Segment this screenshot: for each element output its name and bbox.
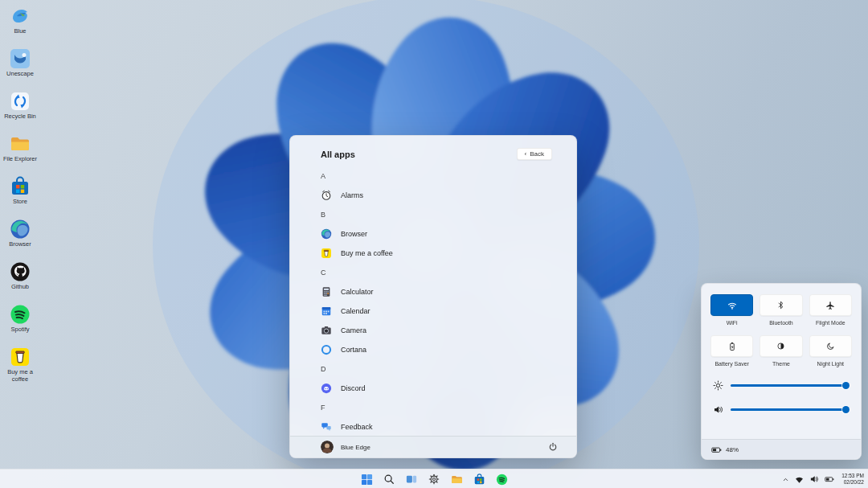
spotify-icon [10,303,31,325]
quick-settings-sliders [702,367,861,415]
settings-button[interactable] [427,472,441,486]
app-item-label: Camera [341,326,366,334]
tray-chevron-up-icon[interactable] [782,476,789,483]
spotify-button[interactable] [494,472,509,486]
brightness-slider[interactable] [731,384,850,388]
battery-icon [711,445,722,455]
night-light-toggle[interactable] [809,335,852,357]
start-menu-header: All apps ‹ Back [290,136,576,160]
desktop-icon-label: Blue [14,27,26,35]
app-item-feedback[interactable]: Feedback [321,417,576,437]
app-item-label: Browser [341,230,367,238]
all-apps-title: All apps [321,150,355,159]
night-light-label: Night Light [817,361,844,367]
volume-icon [713,404,723,415]
desktop-icon-label: Unescape [6,70,34,77]
night-light-icon [826,342,835,351]
app-item-label: Feedback [341,423,373,431]
search-button[interactable] [382,472,396,486]
file-explorer-icon [10,133,31,154]
app-item-calendar[interactable]: Calendar [321,301,576,321]
app-item-discord[interactable]: Discord [321,379,576,398]
store-button[interactable] [472,472,486,486]
user-profile[interactable]: Blue Edge [321,441,371,453]
chevron-left-icon: ‹ [525,150,527,158]
desktop-icon-browser[interactable]: Browser [2,218,39,260]
desktop-icon-spotify[interactable]: Spotify [2,303,39,346]
app-item-label: Calculator [341,288,374,296]
back-button[interactable]: ‹ Back [517,148,552,160]
user-avatar [321,441,334,453]
app-item-label: Alarms [341,191,363,199]
desktop: Blue Unescape Recycle Bin File Explorer … [0,0,868,488]
flight-mode-label: Flight Mode [816,320,845,326]
tray-volume-icon[interactable] [809,474,819,484]
camera-icon [321,325,332,336]
quick-settings-toggles: WiFi Bluetooth Flight Mode [702,284,861,367]
desktop-icon-recycle-bin[interactable]: Recycle Bin [2,90,39,133]
coffee-icon [10,346,31,367]
calendar-icon [321,306,332,317]
quick-settings-battery-row[interactable]: 48% [702,439,861,459]
edge-browser-icon [10,218,31,240]
volume-slider-thumb[interactable] [842,406,850,413]
app-item-buy-me-a-coffee[interactable]: Buy me a coffee [321,244,576,263]
power-icon[interactable] [547,441,559,453]
taskbar: 12:53 PM 02/20/22 [0,469,868,488]
task-view-button[interactable] [404,472,419,486]
recycle-bin-icon [10,90,31,112]
start-menu-footer: Blue Edge [290,436,576,457]
taskbar-center-icons [0,470,868,488]
section-letter-a[interactable]: A [321,166,576,186]
battery-saver-label: Battery Saver [714,361,748,367]
tray-battery-icon[interactable] [825,474,834,484]
theme-label: Theme [772,361,790,367]
tray-wifi-icon[interactable] [795,475,804,484]
battery-saver-toggle[interactable] [710,335,753,357]
blue-bird-icon [10,5,31,27]
desktop-icon-blue[interactable]: Blue [2,5,39,47]
cortana-icon [321,344,332,355]
desktop-icon-list: Blue Unescape Recycle Bin File Explorer … [2,5,39,388]
desktop-icon-label: Recycle Bin [4,113,36,120]
desktop-icon-label: Spotify [11,326,30,333]
feedback-icon [321,421,332,433]
section-letter-b[interactable]: B [321,205,576,224]
app-item-camera[interactable]: Camera [321,321,576,340]
desktop-icon-github[interactable]: Github [2,260,39,303]
brightness-icon [713,380,723,391]
taskbar-clock[interactable]: 12:53 PM 02/20/22 [840,473,864,486]
wifi-toggle[interactable] [710,294,753,316]
section-letter-f[interactable]: F [321,398,576,417]
wifi-label: WiFi [727,320,738,326]
desktop-icon-unescape[interactable]: Unescape [2,47,39,90]
app-item-cortana[interactable]: Cortana [321,340,576,359]
back-button-label: Back [530,150,544,158]
start-button[interactable] [359,472,374,486]
file-explorer-button[interactable] [449,472,464,486]
all-apps-list: A Alarms B Browser Buy me a coffee [290,160,576,437]
desktop-icon-file-explorer[interactable]: File Explorer [2,133,39,175]
coffee-icon [321,248,332,259]
desktop-icon-buy-me-a-coffee[interactable]: Buy me a coffee [2,346,39,388]
user-name: Blue Edge [341,444,371,451]
desktop-icon-label: Store [13,198,27,205]
clock-time: 12:53 PM [841,473,864,479]
alarms-icon [321,190,332,201]
clock-date: 02/20/22 [841,479,864,486]
github-icon [10,260,31,282]
desktop-icon-store[interactable]: Store [2,175,39,218]
app-item-browser[interactable]: Browser [321,224,576,244]
section-letter-c[interactable]: C [321,263,576,282]
bluetooth-toggle[interactable] [760,294,802,316]
section-letter-d[interactable]: D [321,359,576,379]
brightness-slider-thumb[interactable] [842,382,850,389]
calculator-icon [321,286,332,297]
theme-toggle[interactable] [760,335,802,357]
app-item-alarms[interactable]: Alarms [321,186,576,205]
app-item-label: Calendar [341,307,371,315]
volume-slider[interactable] [731,408,850,412]
flight-mode-toggle[interactable] [809,294,852,316]
app-item-calculator[interactable]: Calculator [321,282,576,301]
quick-settings-panel: WiFi Bluetooth Flight Mode [701,283,862,460]
